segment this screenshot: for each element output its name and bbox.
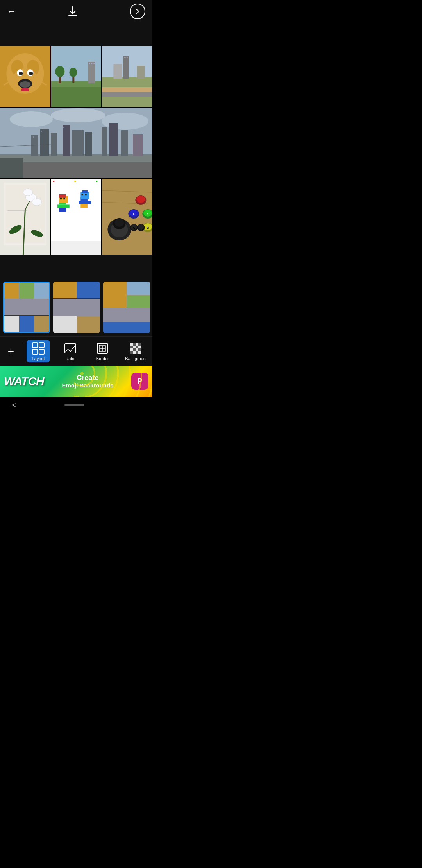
layout-thumb-1[interactable] xyxy=(3,282,50,333)
svg-rect-87 xyxy=(80,204,84,208)
collage-cell-orchid[interactable] xyxy=(0,179,50,255)
svg-rect-46 xyxy=(40,129,49,156)
svg-rect-71 xyxy=(7,210,27,211)
top-bar: ← xyxy=(0,0,152,23)
svg-rect-51 xyxy=(102,127,107,156)
ratio-icon xyxy=(63,341,77,355)
add-button[interactable]: + xyxy=(0,345,22,357)
svg-rect-136 xyxy=(136,346,138,348)
svg-rect-56 xyxy=(41,131,42,132)
svg-rect-96 xyxy=(74,181,76,182)
system-back-button[interactable]: < xyxy=(12,401,16,409)
layout-thumb-2[interactable] xyxy=(53,282,100,333)
svg-rect-141 xyxy=(138,348,141,351)
layout-icon xyxy=(31,341,45,355)
svg-rect-135 xyxy=(133,346,136,348)
collage-cell-field[interactable] xyxy=(51,46,102,107)
svg-rect-48 xyxy=(63,125,70,156)
back-button[interactable]: ← xyxy=(7,6,16,16)
svg-point-68 xyxy=(23,189,32,196)
ad-watch-text: WATCH xyxy=(4,375,44,388)
svg-rect-19 xyxy=(51,87,102,107)
svg-rect-144 xyxy=(136,351,138,354)
collage-cell-gamepad[interactable]: Y X B A xyxy=(102,179,152,255)
svg-rect-13 xyxy=(21,88,29,91)
svg-point-9 xyxy=(19,72,23,75)
svg-rect-124 xyxy=(39,349,44,354)
next-button[interactable] xyxy=(130,4,145,19)
collage-cell-city[interactable] xyxy=(102,46,152,107)
svg-rect-133 xyxy=(138,343,141,346)
svg-rect-140 xyxy=(136,348,138,351)
svg-rect-36 xyxy=(137,66,145,79)
svg-rect-55 xyxy=(33,136,34,138)
svg-point-114 xyxy=(138,224,144,230)
svg-rect-47 xyxy=(51,133,57,156)
svg-rect-33 xyxy=(126,57,127,58)
svg-text:B: B xyxy=(147,226,149,230)
background-label: Backgroun xyxy=(125,356,146,361)
toolbar-items: Layout Ratio Border xyxy=(22,340,152,362)
svg-point-104 xyxy=(115,219,124,227)
svg-rect-91 xyxy=(81,194,83,195)
toolbar-item-ratio[interactable]: Ratio xyxy=(59,340,82,362)
svg-text:Y: Y xyxy=(147,212,149,216)
toolbar-item-border[interactable]: Border xyxy=(91,340,114,362)
toolbar-item-background[interactable]: Backgroun xyxy=(123,340,148,362)
svg-rect-142 xyxy=(130,351,133,354)
home-indicator-bar: < xyxy=(0,397,152,413)
svg-point-42 xyxy=(51,108,106,122)
collage-cell-pixel[interactable] xyxy=(51,179,102,255)
svg-rect-90 xyxy=(82,190,87,193)
background-icon xyxy=(129,341,143,355)
toolbar-item-layout[interactable]: Layout xyxy=(27,340,50,362)
svg-rect-137 xyxy=(138,346,141,348)
svg-point-21 xyxy=(55,66,64,77)
collage-cell-skyline[interactable] xyxy=(0,108,152,178)
svg-rect-95 xyxy=(96,181,97,182)
svg-rect-54 xyxy=(133,134,143,156)
svg-rect-37 xyxy=(102,91,152,97)
svg-rect-76 xyxy=(57,204,70,208)
svg-point-106 xyxy=(137,196,145,203)
svg-rect-123 xyxy=(32,349,38,354)
svg-rect-94 xyxy=(53,181,54,182)
svg-point-10 xyxy=(29,72,33,75)
svg-point-67 xyxy=(32,199,41,206)
home-pill[interactable] xyxy=(64,404,84,406)
svg-rect-122 xyxy=(39,343,44,348)
svg-rect-45 xyxy=(31,135,38,156)
svg-rect-83 xyxy=(63,198,65,199)
svg-rect-93 xyxy=(51,241,102,255)
border-label: Border xyxy=(96,356,109,361)
svg-rect-53 xyxy=(121,130,128,156)
collage-row-3: Y X B A xyxy=(0,179,152,255)
download-button[interactable] xyxy=(68,6,77,16)
svg-text:X: X xyxy=(133,212,135,216)
svg-rect-143 xyxy=(133,351,136,354)
svg-rect-92 xyxy=(85,194,86,195)
svg-rect-139 xyxy=(133,348,136,351)
svg-rect-31 xyxy=(123,56,129,79)
svg-point-43 xyxy=(102,113,148,130)
layout-label: Layout xyxy=(32,356,45,361)
svg-rect-88 xyxy=(84,204,88,208)
svg-rect-24 xyxy=(88,62,95,83)
svg-rect-26 xyxy=(91,63,92,64)
svg-point-41 xyxy=(10,111,53,127)
collage-area: Y X B A xyxy=(0,46,152,255)
svg-point-23 xyxy=(69,68,77,77)
svg-text:A: A xyxy=(133,226,135,230)
svg-rect-35 xyxy=(114,64,122,79)
svg-rect-50 xyxy=(85,132,92,156)
layout-thumb-3[interactable] xyxy=(103,282,150,333)
svg-rect-59 xyxy=(0,158,23,178)
svg-rect-134 xyxy=(130,346,133,348)
collage-cell-dog[interactable] xyxy=(0,46,50,107)
svg-rect-72 xyxy=(7,212,25,212)
svg-rect-132 xyxy=(136,343,138,346)
svg-rect-25 xyxy=(89,63,90,64)
spacer-top xyxy=(0,23,152,46)
ad-banner[interactable]: WATCH Create Emoji Backrounds P xyxy=(0,366,152,397)
svg-rect-145 xyxy=(138,351,141,354)
